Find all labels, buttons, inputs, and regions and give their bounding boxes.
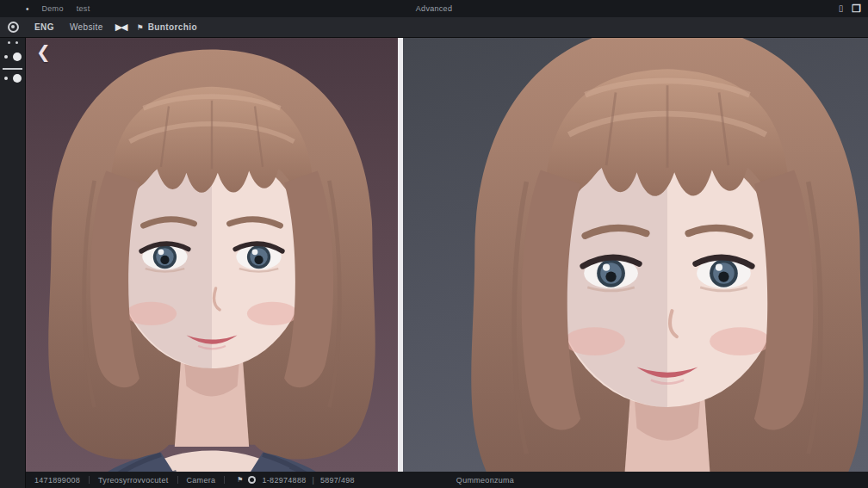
eraser-icon xyxy=(13,74,22,83)
folder-icon[interactable]: ❒ xyxy=(852,3,861,14)
status-counter: 1-82974888 xyxy=(262,476,306,485)
dot-icon xyxy=(4,77,8,80)
language-selector[interactable]: ENG xyxy=(34,22,54,32)
status-size: 1471899008 xyxy=(34,476,80,485)
image-panel-right[interactable] xyxy=(403,38,868,472)
menu-test[interactable]: test xyxy=(77,4,90,13)
status-separator xyxy=(224,476,225,484)
titlebar: • Demo test Advanced ▯ ❒ xyxy=(0,0,868,17)
image-panel-left[interactable]: ❮ xyxy=(26,38,398,472)
status-separator xyxy=(177,476,178,484)
status-pipe: | xyxy=(313,476,314,485)
toolbar: ENG Website ▶◀ ⚑ Buntorchio xyxy=(0,17,868,38)
image-compare-app: • Demo test Advanced ▯ ❒ ENG Website ▶◀ … xyxy=(0,0,868,488)
status-dot: • xyxy=(26,4,29,14)
titlebar-actions: ▯ ❒ xyxy=(839,0,861,17)
sidebar-tool-1[interactable] xyxy=(0,53,26,61)
device-icon[interactable]: ▯ xyxy=(839,4,844,13)
status-camera: Camera xyxy=(187,476,216,485)
flag-icon: ⚑ xyxy=(237,476,243,484)
status-ratio: 5897/498 xyxy=(320,476,355,485)
dot-icon xyxy=(8,41,10,44)
compare-viewer: ❮ xyxy=(26,38,868,472)
status-model: Tyreosyrrovvocutet xyxy=(98,476,168,485)
sidebar-dots-icon[interactable] xyxy=(0,41,26,44)
portrait-left-image xyxy=(26,38,398,472)
tool-sidebar xyxy=(0,38,26,488)
globe-icon[interactable] xyxy=(8,22,19,33)
compare-icon[interactable]: ▶◀ xyxy=(115,22,127,33)
website-button[interactable]: Website xyxy=(70,22,103,32)
menu-demo[interactable]: Demo xyxy=(42,4,64,13)
sidebar-divider xyxy=(3,68,22,70)
brush-icon xyxy=(13,53,22,61)
statusbar: 1471899008 Tyreosyrrovvocutet Camera ⚑ 1… xyxy=(26,472,868,488)
window-title: Advanced xyxy=(416,4,452,13)
status-separator xyxy=(89,476,90,484)
dot-icon xyxy=(16,41,18,44)
sidebar-tool-2[interactable] xyxy=(0,74,26,83)
status-filename: Qummeonzuma xyxy=(456,476,514,485)
portrait-right-image xyxy=(409,38,868,472)
info-circle-icon[interactable] xyxy=(248,476,256,484)
back-button[interactable]: ❮ xyxy=(36,41,51,62)
mode-button[interactable]: Buntorchio xyxy=(148,22,197,32)
dot-icon xyxy=(4,55,8,59)
flag-icon: ⚑ xyxy=(137,23,144,32)
